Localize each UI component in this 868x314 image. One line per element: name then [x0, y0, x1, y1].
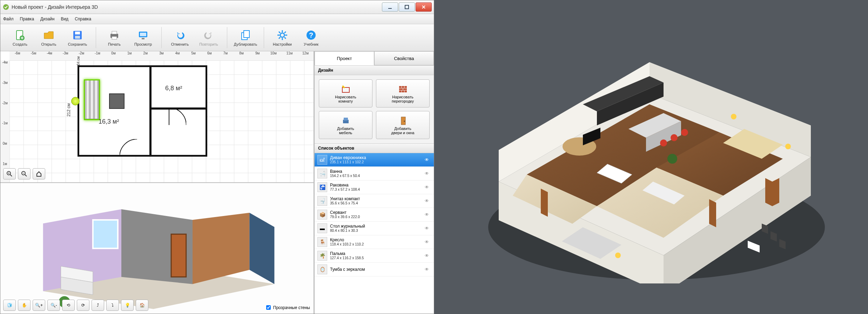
- gear-icon: [276, 29, 289, 41]
- zoom-in-3d-button[interactable]: 🔍+: [33, 300, 45, 311]
- visibility-icon[interactable]: 👁: [425, 226, 431, 231]
- object-row[interactable]: 🛁 Ванна154.2 x 67.5 x 50.4 👁: [315, 167, 434, 181]
- menu-view[interactable]: Вид: [61, 17, 68, 21]
- svg-marker-43: [249, 212, 274, 284]
- tab-properties[interactable]: Свойства: [374, 51, 434, 65]
- view-3d-button[interactable]: 🧊: [3, 300, 16, 311]
- app-icon: [2, 4, 9, 11]
- pan-button[interactable]: ✋: [18, 300, 31, 311]
- orbit-right-button[interactable]: ⟳: [77, 300, 89, 311]
- object-thumb-icon: 🌴: [317, 251, 327, 261]
- toolbar-label: Печать: [108, 42, 121, 46]
- svg-line-22: [284, 37, 286, 39]
- menu-design[interactable]: Дизайн: [40, 17, 54, 21]
- visibility-icon[interactable]: 👁: [425, 267, 431, 272]
- object-thumb-icon: 🛋: [317, 155, 327, 165]
- svg-rect-13: [142, 38, 144, 39]
- svg-rect-12: [140, 33, 146, 36]
- zoom-out-3d-button[interactable]: 🔍-: [47, 300, 60, 311]
- open-button[interactable]: Открыть: [36, 29, 61, 46]
- object-row[interactable]: 🛋 Диван еврокнижка235.1 x 113.1 x 102.2 …: [315, 153, 434, 167]
- object-dims: 154.2 x 67.5 x 50.4: [330, 174, 422, 178]
- object-row[interactable]: 📦 Сервант79.0 x 39.6 x 222.0 👁: [315, 208, 434, 222]
- close-button[interactable]: [416, 2, 432, 12]
- settings-button[interactable]: Настройки: [270, 29, 295, 46]
- svg-point-94: [667, 154, 677, 164]
- object-row[interactable]: 🌴 Пальма127.4 x 116.2 x 158.5 👁: [315, 249, 434, 263]
- svg-point-75: [671, 134, 678, 141]
- ruler-tick: -1м: [89, 51, 106, 60]
- object-row[interactable]: ▬ Стол журнальный80.4 x 80.1 x 30.3 👁: [315, 222, 434, 235]
- new-button[interactable]: Создать: [7, 29, 33, 46]
- dup-button[interactable]: Дублировать: [233, 29, 258, 46]
- tab-project[interactable]: Проект: [315, 51, 374, 65]
- ruler-tick: -2м: [74, 51, 90, 60]
- save-button[interactable]: Сохранить: [65, 29, 90, 46]
- render-preview: [434, 0, 868, 314]
- zoom-in-button[interactable]: [3, 168, 16, 179]
- ruler-tick: 12м: [297, 51, 314, 60]
- toolbar-label: Дублировать: [234, 42, 257, 46]
- ruler-tick: -3м: [0, 81, 9, 101]
- tilt-up-button[interactable]: ⤴: [92, 300, 104, 311]
- menu-help[interactable]: Справка: [75, 17, 91, 21]
- draw-room-button[interactable]: Нарисовать комнату: [319, 79, 372, 107]
- print-button[interactable]: Печать: [102, 29, 127, 46]
- isometric-floorplan-render: [467, 31, 835, 283]
- transparent-walls-input[interactable]: [266, 305, 271, 310]
- object-row[interactable]: 🪞 Тумба с зеркалом 👁: [315, 263, 434, 276]
- home-3d-button[interactable]: 🏠: [136, 300, 148, 311]
- ruler-tick: -6м: [9, 51, 26, 60]
- visibility-icon[interactable]: 👁: [425, 240, 431, 244]
- floppy-icon: [71, 29, 84, 41]
- preview-button[interactable]: Просмотр: [130, 29, 156, 46]
- svg-point-88: [731, 114, 736, 119]
- visibility-icon[interactable]: 👁: [425, 171, 431, 176]
- visibility-icon[interactable]: 👁: [425, 212, 431, 217]
- menu-edit[interactable]: Правка: [20, 17, 34, 21]
- object-row[interactable]: 🚽 Унитаз компакт35.6 x 56.5 x 75.4 👁: [315, 194, 434, 208]
- light-button[interactable]: 💡: [121, 300, 134, 311]
- visibility-icon[interactable]: 👁: [425, 185, 431, 190]
- ruler-tick: 10м: [265, 51, 282, 60]
- ruler-vertical: -4м-3м-2м-1м0м1м: [0, 60, 10, 182]
- preview-3d-view[interactable]: 🧊 ✋ 🔍+ 🔍- ⟲ ⟳ ⤴ ⤵ 💡 🏠 Прозрачные стены: [0, 183, 314, 314]
- visibility-icon[interactable]: 👁: [425, 253, 431, 258]
- object-thumb-icon: 🪑: [317, 237, 327, 247]
- minimize-button[interactable]: [382, 2, 398, 12]
- menu-file[interactable]: Файл: [3, 17, 14, 21]
- transparent-walls-label: Прозрачные стены: [273, 305, 310, 310]
- tilt-down-button[interactable]: ⤵: [106, 300, 119, 311]
- floorplan-2d-view[interactable]: -6м-5м-4м-3м-2м-1м0м1м2м3м4м5м6м7м8м9м10…: [0, 51, 314, 183]
- armchair-icon: [341, 116, 351, 125]
- zoom-out-button[interactable]: [18, 168, 31, 179]
- monitor-icon: [137, 29, 149, 41]
- object-list[interactable]: 🛋 Диван еврокнижка235.1 x 113.1 x 102.2 …: [315, 153, 434, 314]
- draw-wall-button[interactable]: Нарисовать перегородку: [376, 79, 430, 107]
- help-button[interactable]: ?Учебник: [298, 29, 324, 46]
- svg-point-0: [3, 4, 9, 10]
- add-door-button[interactable]: Добавить двери и окна: [376, 111, 430, 139]
- visibility-icon[interactable]: 👁: [425, 198, 431, 203]
- svg-rect-44: [171, 234, 186, 277]
- ruler-tick: 2м: [137, 51, 154, 60]
- ruler-tick: 0м: [106, 51, 122, 60]
- object-row[interactable]: 🪑 Кресло118.4 x 103.2 x 110.2 👁: [315, 235, 434, 249]
- orbit-left-button[interactable]: ⟲: [62, 300, 75, 311]
- svg-point-76: [681, 129, 688, 136]
- object-dims: 235.1 x 113.1 x 102.2: [330, 160, 422, 164]
- visibility-icon[interactable]: 👁: [425, 157, 431, 162]
- maximize-button[interactable]: [399, 2, 415, 12]
- object-row[interactable]: 🚰 Раковина77.3 x 57.2 x 108.4 👁: [315, 181, 434, 194]
- undo-button[interactable]: Отменить: [167, 29, 193, 46]
- room2-area: 6,8 м²: [165, 85, 182, 92]
- window-title: Новый проект - Дизайн Интерьера 3D: [12, 4, 381, 10]
- add-furn-button[interactable]: Добавить мебель: [319, 111, 372, 139]
- transparent-walls-checkbox[interactable]: Прозрачные стены: [265, 304, 310, 311]
- preview-3d-scene: [0, 183, 314, 314]
- redo-icon: [202, 29, 215, 41]
- toolbar-label: Просмотр: [134, 42, 152, 46]
- svg-marker-85: [709, 199, 716, 227]
- toolbar-label: Повторить: [199, 42, 218, 46]
- home-button[interactable]: [33, 168, 45, 179]
